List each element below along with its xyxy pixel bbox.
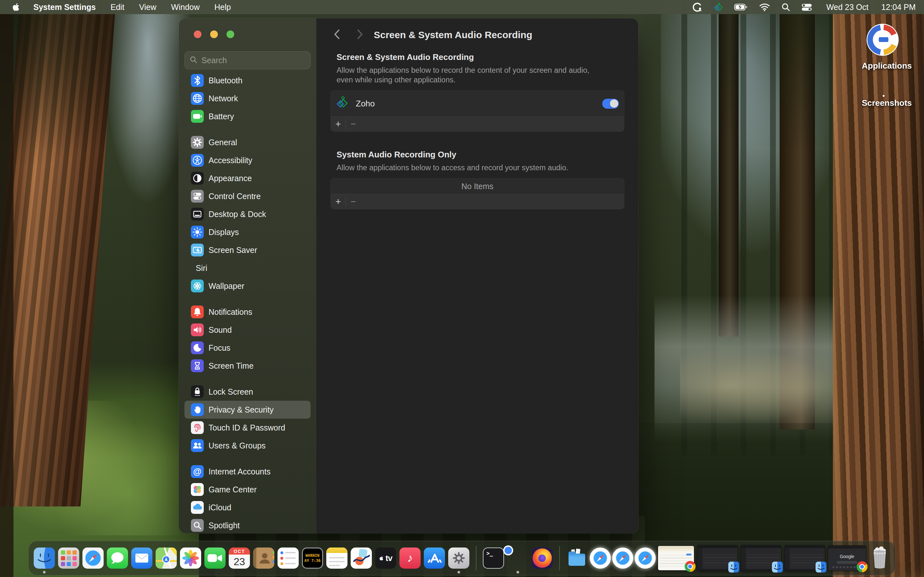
dock-contacts[interactable] (253, 548, 274, 569)
settings-sidebar: Search BluetoothNetworkBatteryGeneralAcc… (179, 18, 317, 533)
dock-minimized-finder-window[interactable] (697, 545, 738, 571)
dock-divider (559, 546, 560, 570)
dock-apple-tv[interactable]: tv (375, 548, 396, 569)
sidebar-item-screen-saver[interactable]: Screen Saver (184, 241, 310, 259)
search-input[interactable]: Search (184, 51, 310, 69)
dock-minimized-chrome-window[interactable] (658, 546, 694, 570)
sidebar-item-focus[interactable]: Focus (184, 339, 310, 357)
dock-minimized-chrome-window[interactable]: Google (828, 546, 866, 571)
remove-app-button[interactable]: − (346, 117, 360, 131)
menu-app-name[interactable]: System Settings (33, 3, 96, 12)
menubar-time[interactable]: 12:04 PM (881, 3, 916, 12)
dock-clock-widget[interactable]: WARNINAY 7:36 (302, 548, 323, 569)
page-title: Screen & System Audio Recording (374, 29, 532, 40)
menu-window[interactable]: Window (171, 3, 200, 11)
dock-maps[interactable] (156, 548, 177, 569)
sidebar-item-battery[interactable]: Battery (184, 107, 310, 125)
menu-edit[interactable]: Edit (111, 3, 124, 11)
sidebar-item-siri[interactable]: Siri (184, 259, 310, 277)
sidebar-item-notifications[interactable]: Notifications (184, 303, 310, 321)
sidebar-item-label: Users & Groups (208, 441, 266, 450)
dock-music[interactable]: ♪ (399, 548, 421, 569)
dock-notes[interactable] (326, 548, 347, 569)
dock-facetime[interactable] (204, 548, 226, 569)
hourglass-icon (191, 359, 204, 372)
dock-photos[interactable] (180, 548, 201, 569)
minimize-button[interactable] (210, 31, 218, 38)
dock-finder[interactable] (34, 548, 55, 569)
dock-google-chrome[interactable] (507, 548, 528, 569)
add-app-button[interactable]: + (331, 117, 346, 131)
sidebar-item-displays[interactable]: Displays (184, 223, 310, 241)
desktop-icon-applications[interactable]: Applications (862, 23, 903, 71)
spotlight-icon[interactable] (781, 2, 790, 12)
sun-icon (191, 226, 204, 239)
menu-help[interactable]: Help (214, 3, 231, 11)
remove-app-button[interactable]: − (346, 194, 360, 209)
apple-menu-icon[interactable] (11, 2, 21, 12)
desktop-icon-screenshots[interactable]: Screenshots (862, 95, 903, 108)
sidebar-item-network[interactable]: Network (184, 89, 310, 107)
dock-terminal[interactable]: >_ (483, 548, 504, 569)
sidebar-item-screen-time[interactable]: Screen Time (184, 357, 310, 375)
sidebar-item-icloud[interactable]: iCloud (184, 498, 310, 516)
empty-list-text: No Items (331, 179, 624, 194)
zoom-button[interactable] (226, 31, 234, 38)
sidebar-item-label: Bluetooth (208, 76, 242, 85)
sidebar-item-privacy-security[interactable]: Privacy & Security (184, 401, 310, 419)
sidebar-item-appearance[interactable]: Appearance (184, 169, 310, 187)
sidebar-item-label: Screen Saver (208, 245, 257, 255)
forward-button[interactable] (352, 25, 368, 44)
sidebar-item-lock-screen[interactable]: Lock Screen (184, 383, 310, 401)
sidebar-item-bluetooth[interactable]: Bluetooth (184, 71, 310, 89)
sidebar-item-desktop-dock[interactable]: Desktop & Dock (184, 205, 310, 223)
zoho-diamond-icon[interactable] (713, 2, 723, 12)
sidebar-item-spotlight[interactable]: Spotlight (184, 516, 310, 533)
wifi-icon[interactable] (759, 3, 770, 11)
dock-freeform[interactable] (351, 548, 372, 569)
dock-reminders[interactable] (278, 548, 299, 569)
dock-launchpad[interactable] (58, 548, 79, 569)
sidebar-item-touch-id-password[interactable]: Touch ID & Password (184, 419, 310, 437)
sidebar-item-label: Control Centre (208, 192, 261, 201)
fingerprint-icon (191, 421, 204, 434)
control-center-icon[interactable] (801, 3, 812, 11)
list-edit-bar: + − (331, 116, 624, 131)
dock-safari-site[interactable] (613, 548, 632, 568)
dock-minimized-finder-window[interactable] (741, 545, 781, 571)
close-button[interactable] (194, 31, 202, 38)
dock-downloads[interactable] (566, 548, 588, 569)
add-app-button[interactable]: + (331, 194, 346, 209)
dock-minimized-finder-window[interactable] (784, 545, 825, 571)
sidebar-item-sound[interactable]: Sound (184, 321, 310, 339)
dock-trash[interactable] (869, 546, 890, 570)
dock-messages[interactable] (107, 548, 128, 569)
dock-mail[interactable] (131, 548, 152, 569)
assist-ring-icon[interactable] (692, 2, 702, 13)
sidebar-item-users-groups[interactable]: Users & Groups (184, 437, 310, 455)
menubar-date[interactable]: Wed 23 Oct (826, 3, 869, 12)
menu-view[interactable]: View (139, 3, 157, 11)
sidebar-item-control-centre[interactable]: Control Centre (184, 187, 310, 205)
globe-icon (191, 92, 204, 105)
sidebar-item-general[interactable]: General (184, 133, 310, 151)
hand-icon (191, 403, 204, 416)
magnifier-icon (191, 519, 204, 532)
applications-folder-icon (866, 52, 899, 57)
battery-charging-icon[interactable] (734, 3, 748, 11)
sidebar-item-accessibility[interactable]: Accessibility (184, 151, 310, 169)
dock-system-settings[interactable] (448, 548, 469, 569)
dock: OCT23WARNINAY 7:36tv♪>_Google (28, 541, 896, 575)
dock-app-store[interactable] (424, 548, 445, 569)
sidebar-item-label: Displays (208, 227, 239, 237)
sidebar-item-wallpaper[interactable]: Wallpaper (184, 277, 310, 295)
sidebar-item-game-center[interactable]: Game Center (184, 480, 310, 498)
dock-safari-site[interactable] (591, 548, 610, 568)
sidebar-item-internet-accounts[interactable]: @Internet Accounts (184, 463, 310, 480)
zoho-toggle[interactable] (602, 99, 619, 109)
dock-safari[interactable] (82, 548, 103, 569)
dock-calendar[interactable]: OCT23 (229, 548, 250, 569)
dock-safari-site[interactable] (636, 548, 655, 568)
back-button[interactable] (329, 25, 344, 44)
dock-firefox[interactable] (531, 548, 553, 569)
